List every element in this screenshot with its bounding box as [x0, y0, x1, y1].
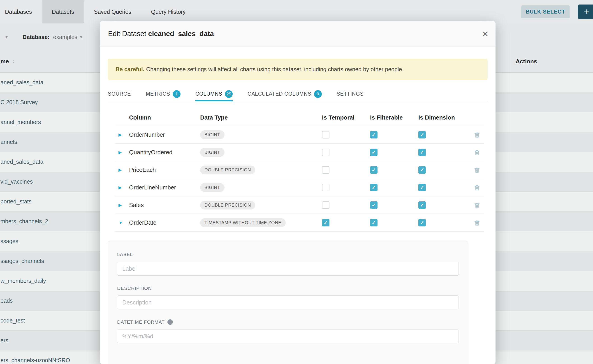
warning-text: Changing these settings will affect all … [146, 66, 404, 73]
is-temporal-checkbox[interactable] [322, 202, 329, 209]
is-filterable-checkbox[interactable]: ✓ [370, 219, 377, 227]
description-field: DESCRIPTION [117, 286, 459, 309]
column-header: Is Temporal [322, 114, 370, 121]
is-temporal-checkbox[interactable] [322, 166, 329, 174]
is-dimension-checkbox[interactable]: ✓ [418, 219, 426, 227]
label-field-label: LABEL [117, 252, 459, 257]
trash-icon[interactable] [474, 184, 481, 191]
modal-title: Edit Dataset cleaned_sales_data [108, 30, 214, 38]
caret-down-icon[interactable]: ▼ [114, 220, 129, 225]
column-row: ▼OrderDateTIMESTAMP WITHOUT TIME ZONE✓✓✓ [114, 214, 484, 232]
edit-dataset-modal: Edit Dataset cleaned_sales_data × Be car… [100, 21, 495, 364]
datetime-format-field: DATETIME FORMAT i [117, 319, 459, 343]
column-row: ▶PriceEachDOUBLE PRECISION✓✓ [114, 161, 484, 179]
tab-count-badge: 25 [225, 90, 233, 98]
column-editor-panel: LABEL DESCRIPTION DATETIME FORMAT i [108, 241, 468, 364]
modal-tab-bar: SOURCEMETRICS1COLUMNS25CALCULATED COLUMN… [108, 87, 488, 101]
is-filterable-checkbox[interactable]: ✓ [370, 202, 377, 209]
column-header: Column [129, 114, 200, 121]
column-header: Is Filterable [370, 114, 418, 121]
info-icon[interactable]: i [167, 319, 173, 325]
column-name: OrderNumber [129, 131, 200, 138]
columns-table: Column Data Type Is Temporal Is Filterab… [114, 109, 484, 232]
columns-table-body: ▶OrderNumberBIGINT✓✓▶QuantityOrderedBIGI… [114, 126, 484, 232]
caret-right-icon[interactable]: ▶ [114, 167, 129, 173]
column-row: ▶OrderLineNumberBIGINT✓✓ [114, 179, 484, 196]
tab-count-badge: 0 [314, 90, 322, 98]
column-row: ▶OrderNumberBIGINT✓✓ [114, 126, 484, 144]
tab-label: CALCULATED COLUMNS [248, 91, 311, 97]
tab-label: SOURCE [108, 91, 131, 97]
column-name: QuantityOrdered [129, 149, 200, 156]
data-type-pill: BIGINT [200, 130, 224, 139]
trash-icon[interactable] [474, 202, 481, 209]
data-type-pill: DOUBLE PRECISION [200, 166, 255, 174]
modal-tab-source[interactable]: SOURCE [108, 87, 131, 101]
data-type-pill: DOUBLE PRECISION [200, 201, 255, 209]
is-temporal-checkbox[interactable] [322, 184, 329, 191]
is-filterable-checkbox[interactable]: ✓ [370, 149, 377, 156]
modal-title-dataset-name: cleaned_sales_data [148, 30, 214, 38]
is-dimension-checkbox[interactable]: ✓ [418, 166, 426, 174]
datetime-format-field-label: DATETIME FORMAT i [117, 319, 459, 325]
caret-right-icon[interactable]: ▶ [114, 185, 129, 190]
caret-right-icon[interactable]: ▶ [114, 132, 129, 137]
trash-icon[interactable] [474, 220, 481, 226]
description-field-label: DESCRIPTION [117, 286, 459, 291]
modal-title-prefix: Edit Dataset [108, 30, 146, 38]
warning-bold-text: Be careful. [116, 66, 145, 73]
is-temporal-checkbox[interactable]: ✓ [322, 219, 329, 227]
tab-label: COLUMNS [195, 91, 222, 97]
modal-tab-settings[interactable]: SETTINGS [337, 87, 364, 101]
is-filterable-checkbox[interactable]: ✓ [370, 131, 377, 138]
data-type-pill: BIGINT [200, 148, 224, 157]
modal-tab-calculated-columns[interactable]: CALCULATED COLUMNS0 [248, 87, 322, 101]
tab-label: METRICS [146, 91, 170, 97]
data-type-pill: BIGINT [200, 183, 224, 192]
modal-tab-columns[interactable]: COLUMNS25 [195, 87, 233, 101]
caret-right-icon[interactable]: ▶ [114, 150, 129, 155]
column-name: OrderDate [129, 219, 200, 226]
column-name: OrderLineNumber [129, 184, 200, 191]
is-temporal-checkbox[interactable] [322, 131, 329, 138]
datetime-format-input[interactable] [117, 329, 459, 343]
description-input[interactable] [117, 295, 459, 309]
warning-banner: Be careful. Changing these settings will… [108, 59, 488, 80]
column-header: Is Dimension [418, 114, 470, 121]
column-row: ▶QuantityOrderedBIGINT✓✓ [114, 144, 484, 161]
is-filterable-checkbox[interactable]: ✓ [370, 166, 377, 174]
trash-icon[interactable] [474, 131, 481, 138]
tab-label: SETTINGS [337, 91, 364, 97]
columns-table-header: Column Data Type Is Temporal Is Filterab… [114, 109, 484, 126]
is-dimension-checkbox[interactable]: ✓ [418, 184, 426, 191]
trash-icon[interactable] [474, 167, 481, 173]
column-row: ▶SalesDOUBLE PRECISION✓✓ [114, 196, 484, 214]
is-dimension-checkbox[interactable]: ✓ [418, 149, 426, 156]
column-name: PriceEach [129, 166, 200, 173]
is-filterable-checkbox[interactable]: ✓ [370, 184, 377, 191]
is-dimension-checkbox[interactable]: ✓ [418, 202, 426, 209]
tab-count-badge: 1 [173, 90, 180, 98]
is-temporal-checkbox[interactable] [322, 149, 329, 156]
trash-icon[interactable] [474, 149, 481, 156]
column-name: Sales [129, 202, 200, 209]
caret-right-icon[interactable]: ▶ [114, 202, 129, 208]
modal-body: Be careful. Changing these settings will… [100, 59, 495, 364]
is-dimension-checkbox[interactable]: ✓ [418, 131, 426, 138]
data-type-pill: TIMESTAMP WITHOUT TIME ZONE [200, 218, 286, 227]
datetime-format-label: DATETIME FORMAT [117, 319, 165, 325]
close-icon[interactable]: × [482, 29, 488, 39]
label-field: LABEL [117, 252, 459, 276]
column-header: Data Type [200, 114, 322, 121]
modal-header: Edit Dataset cleaned_sales_data × [100, 21, 495, 46]
label-input[interactable] [117, 262, 459, 276]
modal-tab-metrics[interactable]: METRICS1 [146, 87, 180, 101]
